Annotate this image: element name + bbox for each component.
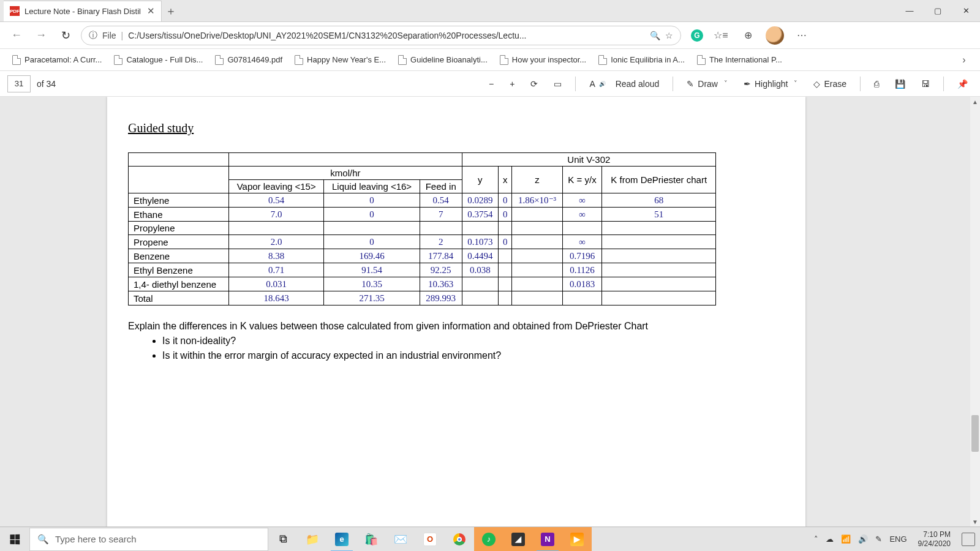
taskbar: 🔍 Type here to search ⧉ 📁 e 🛍️ ✉️ O ♪ ◢ … — [0, 527, 980, 551]
pdf-toolbar: 31 of 34 − + ⟳ ▭ A🔊 Read aloud ✎ Draw˅ ✒… — [0, 71, 980, 97]
page-icon — [500, 55, 508, 65]
table-row: Propylene — [129, 222, 716, 235]
url-scheme: File — [102, 31, 116, 40]
page-icon — [295, 55, 303, 65]
bookmark-item[interactable]: Happy New Year's E... — [290, 53, 391, 67]
spotify-icon[interactable]: ♪ — [474, 527, 503, 552]
taskbar-search[interactable]: 🔍 Type here to search — [29, 528, 268, 551]
titlebar: PDF Lecture Note - Binary Flash Distil ✕… — [0, 0, 980, 22]
search-icon[interactable]: 🔍 — [650, 31, 660, 40]
read-aloud-button[interactable]: A🔊 Read aloud — [584, 79, 664, 89]
notifications-icon[interactable] — [962, 533, 975, 546]
page-icon — [215, 55, 224, 65]
language-indicator[interactable]: ENG — [889, 534, 907, 544]
save-button[interactable]: 💾 — [890, 79, 910, 89]
explain-text: Explain the differences in K values betw… — [128, 319, 787, 363]
favorites-icon[interactable]: ☆≡ — [712, 26, 730, 45]
url-path: C:/Users/tissu/OneDrive/Desktop/UNI_AY20… — [128, 31, 526, 40]
forward-button[interactable]: → — [32, 26, 50, 45]
tray-chevron-icon[interactable]: ˄ — [814, 534, 818, 544]
page-icon — [12, 55, 21, 65]
edge-icon[interactable]: e — [327, 527, 356, 552]
store-icon[interactable]: 🛍️ — [356, 527, 386, 552]
refresh-button[interactable]: ↻ — [56, 26, 75, 45]
bookmark-item[interactable]: Ionic Equilibria in A... — [594, 53, 690, 67]
page-icon — [598, 55, 607, 65]
close-window-button[interactable]: ✕ — [952, 0, 980, 22]
pdf-icon: PDF — [10, 6, 20, 16]
bookmark-item[interactable]: How your inspector... — [495, 53, 591, 67]
taskbar-icons: ⧉ 📁 e 🛍️ ✉️ O ♪ ◢ N ▶ — [268, 527, 592, 552]
office-icon[interactable]: O — [415, 527, 445, 552]
new-tab-button[interactable]: ＋ — [162, 2, 180, 20]
table-row: Ethane7.0070.37540∞51 — [129, 208, 716, 222]
draw-button[interactable]: ✎ Draw˅ — [682, 79, 733, 89]
minimize-button[interactable]: — — [895, 0, 924, 22]
bookmark-item[interactable]: Guideline Bioanalyti... — [393, 53, 492, 67]
table-row: Propene2.0020.10730∞ — [129, 235, 716, 249]
grammarly-icon[interactable]: G — [691, 29, 703, 42]
pin-toolbar-button[interactable]: 📌 — [952, 79, 973, 89]
table-row: Ethylene0.5400.540.028901.86×10⁻³∞68 — [129, 193, 716, 208]
app-icon[interactable]: ◢ — [503, 527, 533, 552]
print-button[interactable]: ⎙ — [869, 79, 884, 89]
search-icon: 🔍 — [37, 534, 49, 545]
page-icon — [114, 55, 123, 65]
address-bar[interactable]: ⓘ File | C:/Users/tissu/OneDrive/Desktop… — [81, 26, 681, 45]
table-row: Ethyl Benzene0.7191.5492.250.0380.1126 — [129, 263, 716, 277]
highlight-button[interactable]: ✒ Highlight˅ — [739, 79, 802, 89]
tab-title: Lecture Note - Binary Flash Distil — [24, 7, 141, 16]
onenote-icon[interactable]: N — [533, 527, 562, 552]
zoom-in-button[interactable]: + — [505, 79, 519, 89]
start-button[interactable] — [0, 527, 29, 552]
system-tray: ˄ ☁ 📶 🔊 ✎ ENG 7:10 PM 9/24/2020 — [809, 530, 980, 548]
mail-icon[interactable]: ✉️ — [386, 527, 415, 552]
page-total: of 34 — [37, 79, 56, 89]
fit-page-button[interactable]: ▭ — [549, 79, 567, 89]
save-as-button[interactable]: 🖫 — [916, 79, 935, 89]
wifi-icon[interactable]: 📶 — [841, 534, 851, 544]
task-view-icon[interactable]: ⧉ — [268, 527, 298, 552]
bookmark-item[interactable]: G07814649.pdf — [210, 53, 287, 67]
pen-icon[interactable]: ✎ — [875, 534, 882, 544]
bookmark-item[interactable]: The International P... — [692, 53, 787, 67]
page-icon — [398, 55, 407, 65]
page-number-input[interactable]: 31 — [7, 75, 31, 92]
profile-avatar[interactable] — [766, 26, 784, 45]
vertical-scrollbar[interactable]: ▲ ▼ — [970, 97, 980, 527]
unit-header: Unit V-302 — [462, 153, 715, 167]
bookmark-item[interactable]: Catalogue - Full Dis... — [109, 53, 208, 67]
bookmark-item[interactable]: Paracetamol: A Curr... — [7, 53, 107, 67]
zoom-out-button[interactable]: − — [484, 79, 499, 89]
pdf-viewport[interactable]: Guided study Unit V-302 kmol/hr y x z K … — [0, 97, 980, 527]
file-explorer-icon[interactable]: 📁 — [298, 527, 327, 552]
favorite-icon[interactable]: ☆ — [665, 31, 673, 40]
section-heading: Guided study — [128, 121, 787, 135]
pdf-page: Guided study Unit V-302 kmol/hr y x z K … — [107, 97, 805, 527]
clock[interactable]: 7:10 PM 9/24/2020 — [914, 530, 954, 548]
scroll-thumb[interactable] — [971, 415, 979, 452]
back-button[interactable]: ← — [7, 26, 26, 45]
window-controls: — ▢ ✕ — [895, 0, 980, 22]
search-placeholder: Type here to search — [55, 534, 137, 544]
erase-button[interactable]: ◇ Erase — [809, 79, 851, 89]
browser-tab[interactable]: PDF Lecture Note - Binary Flash Distil ✕ — [4, 1, 162, 21]
chrome-icon[interactable] — [445, 527, 474, 552]
scroll-up-icon[interactable]: ▲ — [970, 97, 980, 107]
url-bar: ← → ↻ ⓘ File | C:/Users/tissu/OneDrive/D… — [0, 22, 980, 49]
collections-icon[interactable]: ⊕ — [739, 26, 757, 45]
scroll-down-icon[interactable]: ▼ — [970, 517, 980, 527]
volume-icon[interactable]: 🔊 — [858, 534, 868, 544]
rotate-button[interactable]: ⟳ — [526, 79, 543, 89]
page-icon — [697, 55, 706, 65]
tab-close-icon[interactable]: ✕ — [147, 6, 155, 17]
app2-icon[interactable]: ▶ — [562, 527, 592, 552]
maximize-button[interactable]: ▢ — [924, 0, 952, 22]
onedrive-icon[interactable]: ☁ — [826, 534, 834, 544]
data-table: Unit V-302 kmol/hr y x z K = y/x K from … — [128, 152, 716, 305]
table-row: 1,4- diethyl benzene0.03110.3510.3630.01… — [129, 277, 716, 291]
bookmarks-bar: Paracetamol: A Curr... Catalogue - Full … — [0, 49, 980, 71]
info-icon: ⓘ — [89, 30, 97, 41]
bookmarks-overflow-icon[interactable]: › — [956, 54, 973, 66]
menu-icon[interactable]: ⋯ — [793, 26, 811, 45]
